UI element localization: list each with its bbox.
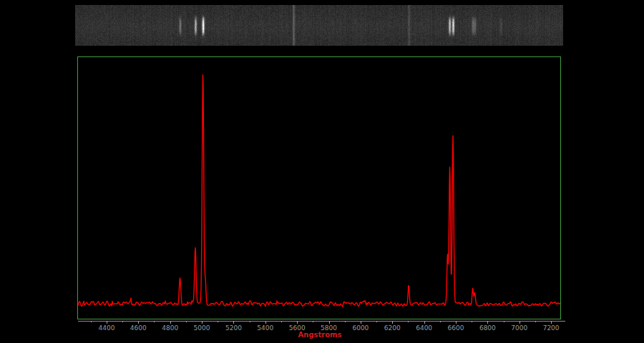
x-axis-major-tick — [329, 321, 330, 324]
x-axis-minor-tick — [154, 321, 155, 322]
x-axis-major-tick — [551, 321, 552, 324]
x-axis-minor-tick — [313, 321, 313, 322]
x-axis-minor-tick — [504, 321, 504, 322]
x-axis-major-tick — [392, 321, 393, 324]
x-axis-major-tick — [107, 321, 107, 324]
x-tick-label: 6200 — [384, 325, 401, 332]
spectrum-plot-frame — [77, 56, 561, 319]
x-axis-minor-tick — [218, 321, 218, 322]
x-axis-major-tick — [202, 321, 203, 324]
x-axis-minor-tick — [440, 321, 441, 322]
x-axis-major-tick — [170, 321, 171, 324]
x-tick-label: 5400 — [257, 325, 273, 332]
x-axis-major-tick — [361, 321, 361, 324]
x-axis-minor-tick — [376, 321, 377, 322]
2d-spectrum-image — [75, 5, 563, 46]
x-axis-minor-tick — [186, 321, 187, 322]
x-axis-minor-tick — [122, 321, 123, 322]
spectrum-viewer: 4400460048005000520054005600580060006200… — [0, 0, 644, 343]
x-tick-label: 5000 — [194, 325, 210, 332]
x-tick-label: 6800 — [479, 325, 496, 332]
x-axis-minor-tick — [472, 321, 472, 322]
x-axis-major-tick — [424, 321, 425, 324]
x-axis-minor-tick — [345, 321, 346, 322]
x-axis-major-tick — [297, 321, 298, 324]
x-tick-label: 5200 — [225, 325, 242, 332]
x-tick-label: 6600 — [448, 325, 464, 332]
x-axis-minor-tick — [281, 321, 282, 322]
x-axis-minor-tick — [535, 321, 536, 322]
x-axis-minor-tick — [91, 321, 92, 322]
x-tick-label: 4400 — [98, 325, 114, 332]
x-tick-label: 4800 — [162, 325, 178, 332]
x-tick-label: 4600 — [130, 325, 147, 332]
x-axis-major-tick — [456, 321, 457, 324]
x-tick-label: 6000 — [352, 325, 369, 332]
1d-spectrum-canvas — [78, 57, 560, 319]
x-axis-major-tick — [519, 321, 520, 324]
x-axis-line — [78, 321, 565, 322]
x-axis-major-tick — [233, 321, 234, 324]
x-tick-label: 7200 — [543, 325, 560, 332]
x-axis-major-tick — [265, 321, 266, 324]
x-axis-minor-tick — [250, 321, 250, 322]
x-axis-title: Angstroms — [78, 332, 562, 339]
x-tick-label: 6400 — [416, 325, 432, 332]
x-axis-minor-tick — [408, 321, 409, 322]
x-axis-major-tick — [487, 321, 488, 324]
x-axis-major-tick — [138, 321, 139, 324]
x-tick-label: 7000 — [511, 325, 527, 332]
